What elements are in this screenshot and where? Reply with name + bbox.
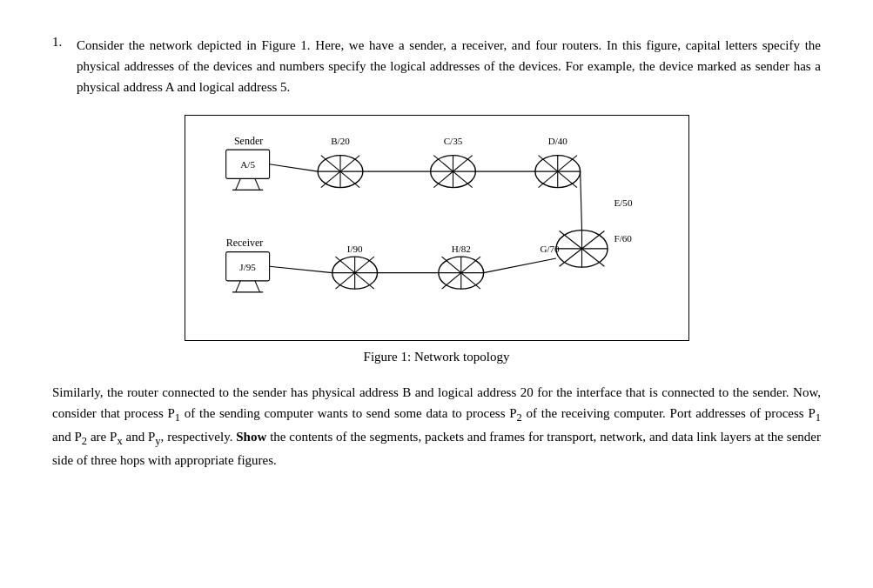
para-text3: of the receiving computer. Port addresse…	[522, 406, 816, 420]
receiver-addr: J/95	[239, 262, 256, 272]
figure-container: Sender A/5 Receiver J/95 B/20 C/35	[185, 115, 689, 364]
receiver-label: Receiver	[225, 237, 263, 249]
para-text2: of the sending computer wants to send so…	[180, 406, 517, 420]
figure-caption: Figure 1: Network topology	[185, 350, 689, 364]
sender-addr: A/5	[240, 159, 255, 170]
question-block: 1. Consider the network depicted in Figu…	[52, 35, 821, 97]
para-text6: and P	[123, 430, 156, 444]
router-b-label: B/20	[331, 136, 350, 146]
figure-box: Sender A/5 Receiver J/95 B/20 C/35	[185, 115, 689, 341]
question-number: 1.	[52, 35, 70, 97]
bold-show: Show	[236, 430, 266, 444]
router-e-label: E/50	[614, 197, 632, 208]
svg-line-5	[235, 281, 240, 292]
svg-line-42	[269, 266, 332, 272]
para-text7: , respectively. Show the contents of the…	[52, 430, 821, 467]
router-i-label: I/90	[346, 244, 362, 254]
router-f-label: F/60	[614, 234, 632, 244]
question-text: Consider the network depicted in Figure …	[77, 35, 821, 97]
router-d-label: D/40	[547, 136, 567, 146]
para-text5: are P	[87, 430, 117, 444]
network-diagram: Sender A/5 Receiver J/95 B/20 C/35	[203, 130, 671, 323]
svg-line-1	[235, 178, 240, 190]
sender-label: Sender	[233, 135, 262, 147]
para-text4: and P	[52, 430, 82, 444]
svg-line-44	[483, 258, 555, 273]
sub-p1b: 1	[816, 411, 821, 424]
svg-line-6	[254, 281, 259, 292]
svg-line-38	[269, 164, 318, 171]
router-g-label: G/70	[540, 244, 560, 254]
svg-line-41	[580, 171, 581, 231]
router-h-label: H/82	[451, 244, 470, 254]
main-paragraph: Similarly, the router connected to the s…	[52, 382, 821, 471]
router-c-label: C/35	[443, 136, 462, 146]
svg-line-2	[254, 178, 259, 190]
